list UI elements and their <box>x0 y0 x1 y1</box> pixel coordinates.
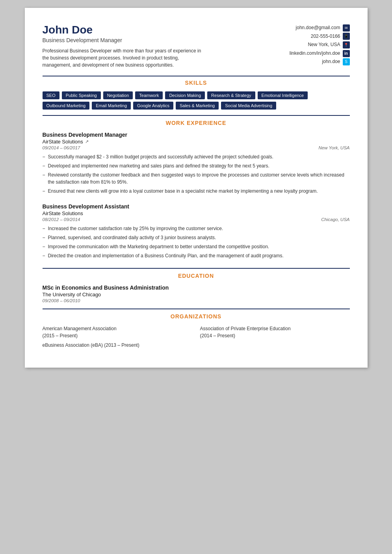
job-entry: Business Development Assistant AirState … <box>43 203 350 259</box>
job-bullet: Improved the communication with the Mark… <box>43 243 350 250</box>
skill-tag: Public Speaking <box>62 91 101 99</box>
job-dates: 09/2014 – 06/2017 <box>43 145 80 150</box>
linkedin-icon: in <box>343 50 350 57</box>
education-title: EDUCATION <box>43 273 350 279</box>
org-item: American Management Association(2015 – P… <box>43 325 192 339</box>
job-bullet: Ensured that new clients will grow into … <box>43 188 350 195</box>
job-bullet: Directed the creation and implementation… <box>43 252 350 259</box>
skills-tags-container: SEOPublic SpeakingNegotiationTeamworkDec… <box>43 91 350 110</box>
work-divider-bottom <box>43 268 350 269</box>
email-row: john.doe@gmail.com ✉ <box>263 24 350 32</box>
header-left: John Doe Business Development Manager Pr… <box>43 24 263 69</box>
job-bullet: Increased the customer satisfaction rate… <box>43 225 350 232</box>
job-meta: 09/2014 – 06/2017 New York, USA <box>43 145 350 150</box>
phone-text: 202-555-0166 <box>311 32 340 41</box>
location-text: New York, USA <box>308 41 340 49</box>
skills-divider-top <box>43 76 350 76</box>
job-bullets-list: Increased the customer satisfaction rate… <box>43 225 350 259</box>
jobs-container: Business Development Manager AirState So… <box>43 132 350 259</box>
edu-container: MSc in Economics and Business Administra… <box>43 284 350 303</box>
skill-tag: Decision Making <box>165 91 205 99</box>
applicant-summary: Professional Business Developer with mor… <box>43 47 208 69</box>
header-right: john.doe@gmail.com ✉ 202-555-0166 📱 New … <box>263 24 350 66</box>
resume-container: John Doe Business Development Manager Pr… <box>25 8 368 368</box>
phone-icon: 📱 <box>343 33 350 40</box>
skill-tag: SEO <box>43 91 59 99</box>
job-title: Business Development Assistant <box>43 203 350 210</box>
email-icon: ✉ <box>343 24 350 32</box>
skill-tag: Social Media Advertising <box>221 102 276 110</box>
orgs-grid: American Management Association(2015 – P… <box>43 325 350 339</box>
education-section: EDUCATION MSc in Economics and Business … <box>43 273 350 309</box>
skills-section: SKILLS SEOPublic SpeakingNegotiationTeam… <box>43 76 350 116</box>
job-bullet: Planned, supervised, and coordinated dai… <box>43 234 350 241</box>
edu-divider-bottom <box>43 309 350 309</box>
phone-row: 202-555-0166 📱 <box>263 32 350 41</box>
orgs-container: American Management Association(2015 – P… <box>43 325 350 348</box>
job-entry: Business Development Manager AirState So… <box>43 132 350 195</box>
education-entry: MSc in Economics and Business Administra… <box>43 284 350 303</box>
job-dates: 08/2012 – 09/2014 <box>43 217 80 222</box>
skype-text: john.doe <box>322 58 340 66</box>
skill-tag: Sales & Marketing <box>176 102 219 110</box>
job-bullet: Successfully managed $2 - 3 million budg… <box>43 153 350 160</box>
skill-tag: Negotiation <box>103 91 133 99</box>
external-link-icon: ↗ <box>85 139 89 144</box>
skype-icon: S <box>343 58 350 65</box>
job-bullet: Developed and implemented new marketing … <box>43 162 350 169</box>
job-title: Business Development Manager <box>43 132 350 138</box>
job-company: AirState Solutions ↗ <box>43 139 350 145</box>
skills-title: SKILLS <box>43 80 350 86</box>
edu-dates: 09/2008 – 06/2010 <box>43 298 350 303</box>
edu-degree: MSc in Economics and Business Administra… <box>43 284 350 291</box>
skill-tag: Email Marketing <box>92 102 131 110</box>
org-item: Association of Private Enterprise Educat… <box>200 325 350 339</box>
location-row: New York, USA 📍 <box>263 41 350 49</box>
skills-divider-bottom <box>43 115 350 116</box>
skill-tag: Google Analytics <box>133 102 173 110</box>
header-section: John Doe Business Development Manager Pr… <box>43 24 350 69</box>
job-company: AirState Solutions <box>43 210 350 216</box>
job-location: Chicago, USA <box>321 217 349 222</box>
job-bullets-list: Successfully managed $2 - 3 million budg… <box>43 153 350 195</box>
work-experience-section: WORK EXPERIENCE Business Development Man… <box>43 120 350 269</box>
skill-tag: Research & Strategy <box>207 91 255 99</box>
email-text: john.doe@gmail.com <box>296 24 340 32</box>
location-icon: 📍 <box>343 41 350 48</box>
orgs-title: ORGANIZATIONS <box>43 313 350 320</box>
edu-school: The University of Chicago <box>43 292 350 297</box>
skype-row: john.doe S <box>263 58 350 66</box>
linkedin-row: linkedin.com/in/john.doe in <box>263 49 350 58</box>
skill-tag: Outbound Marketing <box>43 102 90 110</box>
job-meta: 08/2012 – 09/2014 Chicago, USA <box>43 217 350 222</box>
linkedin-text: linkedin.com/in/john.doe <box>290 49 340 58</box>
job-location: New York, USA <box>318 145 349 150</box>
organizations-section: ORGANIZATIONS American Management Associ… <box>43 313 350 348</box>
org-single-item: eBusiness Association (eBA) (2013 – Pres… <box>43 342 350 348</box>
job-bullet: Reviewed constantly the customer feedbac… <box>43 171 350 186</box>
applicant-name: John Doe <box>43 24 263 36</box>
work-title: WORK EXPERIENCE <box>43 120 350 126</box>
skill-tag: Teamwork <box>135 91 163 99</box>
applicant-title: Business Development Manager <box>43 37 263 43</box>
skill-tag: Emotional Intelligence <box>258 91 308 99</box>
